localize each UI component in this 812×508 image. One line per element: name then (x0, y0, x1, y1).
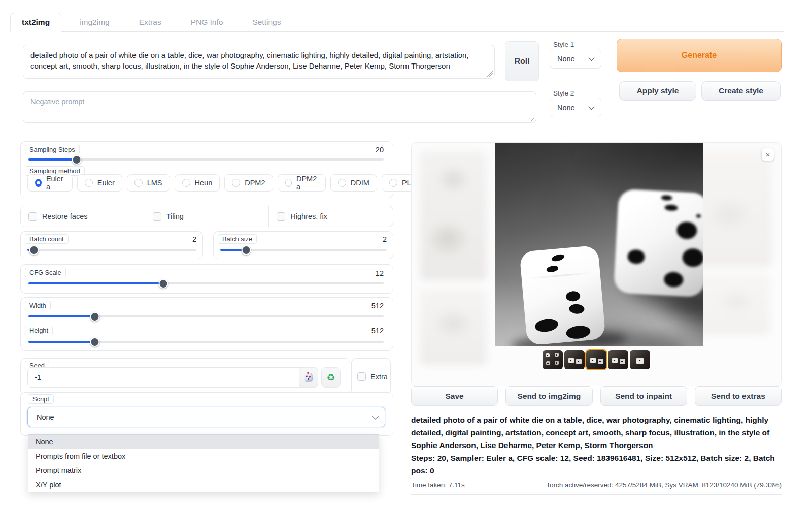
restore-faces-option[interactable]: Restore faces (21, 206, 145, 227)
tab-img2img[interactable]: img2img (69, 13, 121, 31)
tab-txt2img[interactable]: txt2img (10, 13, 61, 32)
txt2img-app: txt2imgimg2imgExtrasPNG InfoSettings det… (0, 0, 812, 508)
restore-faces-label: Restore faces (42, 212, 87, 220)
slider-knob[interactable] (90, 312, 99, 322)
send-to-inpaint-button[interactable]: Send to inpaint (600, 386, 687, 406)
resize-handle-icon[interactable] (487, 71, 493, 77)
sampler-label: DPM2 (245, 179, 265, 187)
sampler-option-heun[interactable]: Heun (175, 174, 220, 192)
checkbox-icon[interactable] (277, 212, 285, 221)
radio-icon (85, 179, 93, 187)
slider-track (27, 249, 196, 251)
seed-value: -1 (35, 373, 41, 382)
sampler-option-dpm2[interactable]: DPM2 (224, 174, 273, 192)
sampler-option-euler-a[interactable]: Euler a (27, 174, 73, 192)
sampler-option-lms[interactable]: LMS (127, 174, 170, 192)
radio-icon (182, 179, 190, 187)
highres-fix-option[interactable]: Highres. fix (268, 206, 393, 227)
batch-size-value: 2 (383, 235, 387, 243)
batch-size-label: Batch size (218, 234, 257, 244)
die-right (614, 188, 703, 297)
blurred-gallery-image (420, 289, 487, 365)
script-option-prompts-from-file-or-textbox[interactable]: Prompts from file or textbox (28, 449, 379, 463)
checkbox-icon[interactable] (153, 212, 161, 221)
thumbnail-strip (543, 350, 650, 369)
radio-icon (285, 179, 292, 187)
batch-size-panel: Batch size 2 (213, 231, 393, 259)
cfg-scale-value: 12 (376, 269, 384, 277)
sampler-label: DDIM (351, 179, 369, 187)
width-slider[interactable] (28, 312, 384, 322)
tiling-option[interactable]: Tiling (145, 206, 269, 227)
batch-count-label: Batch count (25, 234, 69, 244)
gallery-thumbnail-5[interactable] (630, 350, 650, 369)
height-label: Height (25, 326, 53, 335)
sampler-label: Euler (97, 179, 115, 187)
tab-bar: txt2imgimg2imgExtrasPNG InfoSettings (10, 13, 784, 32)
prompt-input[interactable]: detailed photo of a pair of white die on… (23, 45, 495, 79)
script-option-prompt-matrix[interactable]: Prompt matrix (28, 463, 379, 478)
slider-knob[interactable] (72, 155, 81, 165)
send-to-extras-button[interactable]: Send to extras (695, 386, 782, 406)
generate-button[interactable]: Generate (617, 39, 782, 72)
sampler-option-euler[interactable]: Euler (77, 174, 122, 192)
sampler-label: LMS (147, 179, 162, 187)
script-select[interactable]: None (27, 407, 385, 427)
tab-extras[interactable]: Extras (128, 13, 173, 31)
dice-icon (304, 373, 313, 382)
checkbox-icon[interactable] (28, 212, 37, 221)
random-seed-button[interactable] (299, 367, 318, 388)
sampling-steps-label: Sampling Steps (25, 145, 80, 154)
recycle-icon: ♻ (326, 373, 335, 383)
slider-knob[interactable] (29, 245, 39, 255)
tab-png-info[interactable]: PNG Info (180, 13, 234, 31)
script-option-x-y-plot[interactable]: X/Y plot (28, 478, 379, 492)
save-button[interactable]: Save (411, 386, 498, 406)
style1-value: None (557, 55, 575, 63)
extra-seed-panel[interactable]: Extra (351, 358, 391, 395)
batch-count-value: 2 (192, 235, 196, 243)
resize-handle-icon[interactable] (529, 115, 534, 121)
style1-select[interactable]: None (550, 49, 601, 69)
gallery-thumbnail-3[interactable] (586, 350, 606, 369)
gallery-thumbnail-4[interactable] (608, 350, 628, 369)
height-slider[interactable] (28, 337, 384, 347)
gallery-thumbnail-1[interactable] (543, 350, 563, 369)
apply-style-button[interactable]: Apply style (619, 81, 696, 101)
sampling-steps-slider[interactable] (28, 155, 384, 165)
batch-count-slider[interactable] (27, 245, 196, 255)
options-panel: Restore faces Tiling Highres. fix (20, 206, 393, 227)
sampler-option-ddim[interactable]: DDIM (330, 174, 377, 192)
script-option-none[interactable]: None (28, 435, 379, 449)
cfg-scale-slider[interactable] (28, 279, 384, 289)
checkbox-icon[interactable] (357, 372, 366, 381)
slider-knob[interactable] (159, 279, 168, 289)
roll-button[interactable]: Roll (505, 41, 539, 81)
style2-select[interactable]: None (550, 98, 601, 117)
gallery-thumbnail-2[interactable] (564, 350, 585, 369)
sampler-label: Heun (195, 179, 213, 187)
extra-label: Extra (370, 373, 388, 381)
slider-knob[interactable] (241, 245, 251, 255)
chevron-down-icon (588, 54, 595, 61)
generation-info-prompt: detailed photo of a pair of white die on… (411, 414, 782, 452)
seed-panel: Seed -1 ♻ (20, 358, 350, 395)
reuse-seed-button[interactable]: ♻ (321, 367, 341, 388)
style2-label: Style 2 (553, 89, 574, 97)
create-style-button[interactable]: Create style (701, 81, 781, 101)
negative-prompt-input[interactable]: Negative prompt (23, 91, 536, 123)
script-dropdown-menu: NonePrompts from file or textboxPrompt m… (28, 434, 379, 492)
sampler-option-dpm2-a[interactable]: DPM2 a (278, 174, 326, 192)
close-icon[interactable]: × (762, 148, 774, 161)
seed-input[interactable]: -1 (27, 367, 315, 388)
send-to-img2img-button[interactable]: Send to img2img (505, 386, 592, 406)
generation-meta-row: Time taken: 7.11s Torch active/reserved:… (411, 481, 782, 495)
radio-icon (232, 179, 240, 187)
tab-settings[interactable]: Settings (241, 13, 292, 31)
radio-icon (35, 179, 42, 187)
blurred-gallery-image (695, 150, 772, 267)
selected-result-image[interactable] (495, 143, 703, 346)
slider-knob[interactable] (90, 337, 99, 347)
batch-size-slider[interactable] (220, 245, 387, 255)
sampling-panel: Sampling Steps 20 Sampling method Euler … (20, 141, 393, 198)
